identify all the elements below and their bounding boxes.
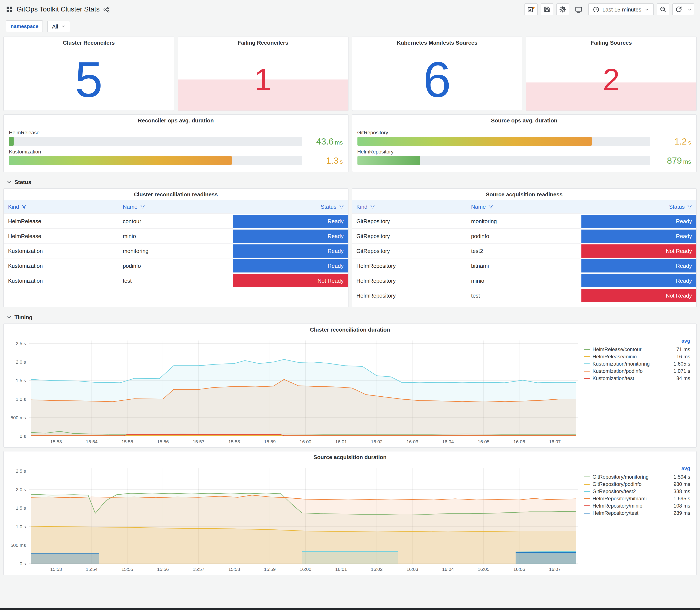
svg-text:16:01: 16:01 (335, 439, 347, 445)
table-row[interactable]: HelmRepositorybitnamiReady (352, 258, 696, 273)
legend-avg-header[interactable]: avg (584, 465, 690, 473)
bar-gauge-fill (357, 137, 592, 146)
table-row[interactable]: GitRepositorytest2Not Ready (352, 243, 696, 258)
panel-title[interactable]: Source ops avg. duration (352, 115, 696, 126)
variable-label-namespace: namespace (6, 20, 43, 32)
dashboard-settings-button[interactable] (556, 3, 569, 15)
legend-series-avg: 1.605 s (668, 361, 690, 367)
filter-icon[interactable] (22, 205, 26, 209)
column-header-status[interactable]: Status (582, 200, 696, 214)
chart-canvas[interactable]: 0 s500 ms1.0 s1.5 s2.0 s2.5 s15:5315:541… (5, 464, 582, 573)
panel-title[interactable]: Source acquisition readiness (352, 189, 696, 200)
legend-item[interactable]: GitRepository/monitoring1.594 s (584, 473, 690, 480)
legend-item[interactable]: GitRepository/test2338 ms (584, 487, 690, 495)
chart-legend: avgHelmRelease/contour71 msHelmRelease/m… (582, 336, 694, 446)
panel-title[interactable]: Cluster Reconcilers (4, 37, 174, 48)
chevron-down-icon (7, 315, 12, 319)
column-header-status[interactable]: Status (233, 200, 348, 214)
table-row[interactable]: HelmRepositorytestNot Ready (352, 288, 696, 303)
svg-text:15:56: 15:56 (157, 439, 169, 445)
stats-row: Cluster Reconcilers 5 Failing Reconciler… (3, 36, 697, 111)
dashboard-grid-icon[interactable] (6, 6, 13, 13)
time-range-picker[interactable]: Last 15 minutes (588, 3, 654, 15)
legend-avg-header[interactable]: avg (584, 338, 690, 346)
cell-status: Ready (582, 273, 696, 288)
legend-item[interactable]: HelmRepository/minio108 ms (584, 502, 690, 509)
table-row[interactable]: GitRepositorymonitoringReady (352, 214, 696, 228)
refresh-button[interactable] (672, 3, 685, 15)
column-header-name[interactable]: Name (118, 200, 233, 214)
panel-title[interactable]: Failing Sources (526, 37, 696, 48)
filter-icon[interactable] (488, 205, 493, 209)
svg-text:2.5 s: 2.5 s (16, 468, 26, 474)
legend-series-name: HelmRepository/bitnami (592, 495, 666, 501)
row-header-status[interactable]: Status (3, 176, 697, 188)
legend-series-color (584, 498, 590, 499)
svg-text:1.5 s: 1.5 s (16, 378, 26, 383)
legend-series-avg: 71 ms (668, 346, 690, 352)
row-header-timing[interactable]: Timing (3, 311, 697, 323)
table-row[interactable]: GitRepositorypodinfoReady (352, 228, 696, 243)
dashboard-title: GitOps Toolkit Cluster Stats (17, 5, 100, 13)
table-row[interactable]: HelmReleaseminioReady (4, 228, 348, 243)
legend-item[interactable]: HelmRepository/test289 ms (584, 509, 690, 516)
filter-icon[interactable] (339, 205, 344, 209)
legend-item[interactable]: Kustomization/monitoring1.605 s (584, 360, 690, 367)
legend-item[interactable]: GitRepository/podinfo980 ms (584, 480, 690, 487)
cell-kind: GitRepository (352, 214, 467, 228)
column-header-kind[interactable]: Kind (4, 200, 118, 214)
legend-item[interactable]: HelmRelease/minio16 ms (584, 353, 690, 360)
legend-series-name: HelmRepository/test (592, 510, 666, 516)
column-header-name[interactable]: Name (467, 200, 582, 214)
cell-name: minio (118, 228, 233, 243)
table-row[interactable]: KustomizationtestNot Ready (4, 273, 348, 288)
legend-item[interactable]: Kustomization/test84 ms (584, 374, 690, 382)
panel-title[interactable]: Cluster reconciliation duration (4, 324, 696, 335)
svg-text:2.0 s: 2.0 s (16, 359, 26, 365)
panel-title[interactable]: Cluster reconciliation readiness (4, 189, 348, 200)
add-panel-button[interactable] (524, 3, 538, 15)
panel-source-ops-duration: Source ops avg. duration GitRepository 1… (352, 114, 697, 172)
legend-item[interactable]: HelmRepository/bitnami1.695 s (584, 495, 690, 502)
cell-kind: GitRepository (352, 228, 467, 243)
refresh-interval-dropdown[interactable] (685, 3, 694, 15)
bar-gauge-helmrepository: HelmRepository 879ms (357, 149, 691, 165)
panel-title[interactable]: Reconciler ops avg. duration (4, 115, 348, 126)
section-label: Timing (14, 314, 33, 320)
legend-item[interactable]: Kustomization/podinfo1.071 s (584, 367, 690, 374)
cycle-view-mode-button[interactable] (572, 3, 585, 15)
legend-item[interactable]: HelmRelease/contour71 ms (584, 346, 690, 353)
cell-kind: HelmRepository (352, 288, 467, 303)
save-dashboard-button[interactable] (541, 3, 553, 15)
cell-kind: HelmRepository (352, 258, 467, 273)
svg-text:15:55: 15:55 (121, 439, 133, 445)
panel-failing-sources: Failing Sources 2 (526, 36, 697, 111)
panel-reconciler-ops-duration: Reconciler ops avg. duration HelmRelease… (3, 114, 348, 172)
table-row[interactable]: HelmReleasecontourReady (4, 214, 348, 228)
legend-series-name: GitRepository/podinfo (592, 481, 666, 487)
gauge-label: HelmRepository (357, 149, 691, 155)
panel-title[interactable]: Source acquisition duration (4, 451, 696, 463)
svg-text:15:53: 15:53 (50, 567, 62, 572)
filter-icon[interactable] (140, 205, 145, 209)
svg-text:16:00: 16:00 (300, 567, 311, 572)
legend-series-name: Kustomization/test (592, 375, 666, 381)
variable-value-dropdown[interactable]: All (47, 21, 70, 32)
share-icon[interactable] (103, 6, 110, 13)
time-series-chart[interactable]: 0 s500 ms1.0 s1.5 s2.0 s2.5 s15:5315:541… (5, 464, 582, 573)
chart-canvas[interactable]: 0 s500 ms1.0 s1.5 s2.0 s2.5 s15:5315:541… (5, 336, 582, 446)
chart-row-1: Cluster reconciliation duration 0 s500 m… (3, 323, 697, 448)
panel-title[interactable]: Failing Reconcilers (178, 37, 348, 48)
column-header-kind[interactable]: Kind (352, 200, 467, 214)
table-row[interactable]: KustomizationmonitoringReady (4, 243, 348, 258)
filter-icon[interactable] (370, 205, 375, 209)
legend-series-color (584, 378, 590, 379)
table-row[interactable]: KustomizationpodinfoReady (4, 258, 348, 273)
zoom-out-time-button[interactable] (657, 3, 669, 15)
table-row[interactable]: HelmRepositoryminioReady (352, 273, 696, 288)
time-series-chart[interactable]: 0 s500 ms1.0 s1.5 s2.0 s2.5 s15:5315:541… (5, 336, 582, 446)
panel-title[interactable]: Kubernetes Manifests Sources (352, 37, 522, 48)
svg-text:15:59: 15:59 (264, 567, 276, 572)
cell-status: Not Ready (582, 243, 696, 258)
filter-icon[interactable] (687, 205, 692, 209)
